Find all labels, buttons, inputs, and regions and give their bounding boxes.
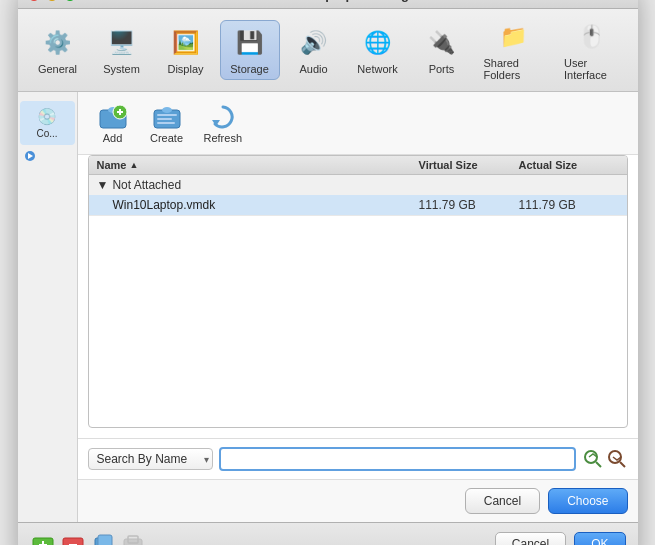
search-input[interactable] (219, 447, 576, 471)
file-actual-size: 111.79 GB (519, 198, 619, 212)
group-row: ▼ Not Attached (89, 175, 627, 195)
triangle-icon: ▼ (97, 178, 109, 192)
general-label: General (38, 63, 77, 75)
titlebar: Windows10Laptop – Storage (18, 0, 638, 9)
create-label: Create (150, 132, 183, 144)
ports-icon: 🔌 (424, 25, 460, 61)
arrow-right-icon (24, 150, 36, 162)
toolbar-item-storage[interactable]: 💾 Storage (220, 20, 280, 80)
window-title: Windows10Laptop – Storage (239, 0, 417, 2)
file-virtual-size: 111.79 GB (419, 198, 519, 212)
refresh-label: Refresh (204, 132, 243, 144)
add-disk-icon[interactable] (30, 531, 56, 546)
cancel-button[interactable]: Cancel (465, 488, 540, 514)
storage-label: Storage (230, 63, 269, 75)
shared-folders-icon: 📁 (496, 19, 532, 55)
ports-label: Ports (429, 63, 455, 75)
user-interface-icon: 🖱️ (574, 19, 610, 55)
system-label: System (103, 63, 140, 75)
network-icon: 🌐 (360, 25, 396, 61)
main-panel: Add Create (78, 92, 638, 522)
traffic-lights (28, 0, 76, 1)
sidebar: 💿 Co... (18, 92, 78, 522)
create-icon (152, 102, 182, 132)
col-header-virtual[interactable]: Virtual Size (419, 159, 519, 171)
file-table: Name ▲ Virtual Size Actual Size ▼ Not At… (88, 155, 628, 428)
svg-line-16 (620, 462, 625, 467)
group-name: Not Attached (112, 178, 181, 192)
svg-point-8 (162, 107, 172, 113)
bottom-cancel-button[interactable]: Cancel (495, 532, 566, 546)
audio-icon: 🔊 (296, 25, 332, 61)
file-name: Win10Laptop.vmdk (113, 198, 419, 212)
search-go-icon[interactable] (582, 448, 604, 470)
display-icon: 🖼️ (168, 25, 204, 61)
bottom-buttons: Cancel OK (495, 532, 626, 546)
col-header-name[interactable]: Name ▲ (97, 159, 419, 171)
toolbar-item-general[interactable]: ⚙️ General (28, 21, 88, 79)
audio-label: Audio (299, 63, 327, 75)
toolbar-item-network[interactable]: 🌐 Network (348, 21, 408, 79)
refresh-icon (208, 102, 238, 132)
search-bar: Search By Name ▾ (78, 438, 638, 479)
maximize-button[interactable] (64, 0, 76, 1)
refresh-button[interactable]: Refresh (196, 98, 251, 148)
sort-arrow-icon: ▲ (129, 160, 138, 170)
main-window: Windows10Laptop – Storage ⚙️ General 🖥️ … (18, 0, 638, 545)
svg-rect-10 (157, 118, 172, 120)
network-label: Network (357, 63, 397, 75)
search-icons (582, 448, 628, 470)
toolbar-item-audio[interactable]: 🔊 Audio (284, 21, 344, 79)
search-type-select[interactable]: Search By Name (88, 448, 213, 470)
sidebar-item-controller[interactable]: 💿 Co... (20, 101, 75, 145)
controller-label: Co... (36, 128, 57, 139)
col-header-actual[interactable]: Actual Size (519, 159, 619, 171)
toolbar-item-system[interactable]: 🖥️ System (92, 21, 152, 79)
close-button[interactable] (28, 0, 40, 1)
bottom-bar: Cancel OK (18, 522, 638, 545)
action-bar: Cancel Choose (78, 479, 638, 522)
storage-icon: 💾 (232, 25, 268, 61)
svg-point-13 (585, 451, 597, 463)
table-row[interactable]: Win10Laptop.vmdk 111.79 GB 111.79 GB (89, 195, 627, 216)
remove-disk-icon[interactable] (60, 531, 86, 546)
content-area: 💿 Co... (18, 92, 638, 522)
controller-icon: 💿 (37, 107, 57, 126)
add-label: Add (103, 132, 123, 144)
search-select-wrapper: Search By Name ▾ (88, 448, 213, 470)
shared-folders-label: Shared Folders (484, 57, 544, 81)
table-body: ▼ Not Attached Win10Laptop.vmdk 111.79 G… (89, 175, 627, 422)
bottom-icons (30, 531, 146, 546)
toolbar-item-display[interactable]: 🖼️ Display (156, 21, 216, 79)
user-interface-label: User Interface (564, 57, 620, 81)
toolbar-item-shared-folders[interactable]: 📁 Shared Folders (476, 15, 552, 85)
add-icon (98, 102, 128, 132)
toolbar-item-ports[interactable]: 🔌 Ports (412, 21, 472, 79)
add-button[interactable]: Add (88, 98, 138, 148)
svg-line-14 (596, 462, 601, 467)
copy-icon[interactable] (90, 531, 116, 546)
create-button[interactable]: Create (142, 98, 192, 148)
table-header: Name ▲ Virtual Size Actual Size (89, 156, 627, 175)
svg-rect-9 (157, 114, 177, 116)
bottom-ok-button[interactable]: OK (574, 532, 625, 546)
storage-toolbar: Add Create (78, 92, 638, 155)
disabled-icon (120, 531, 146, 546)
svg-rect-11 (157, 122, 175, 124)
choose-button[interactable]: Choose (548, 488, 627, 514)
display-label: Display (167, 63, 203, 75)
sidebar-arrow (18, 146, 77, 166)
general-icon: ⚙️ (40, 25, 76, 61)
main-toolbar: ⚙️ General 🖥️ System 🖼️ Display 💾 Storag… (18, 9, 638, 92)
minimize-button[interactable] (46, 0, 58, 1)
toolbar-item-user-interface[interactable]: 🖱️ User Interface (556, 15, 628, 85)
svg-point-15 (609, 451, 621, 463)
system-icon: 🖥️ (104, 25, 140, 61)
search-clear-icon[interactable] (606, 448, 628, 470)
svg-rect-23 (98, 535, 112, 546)
